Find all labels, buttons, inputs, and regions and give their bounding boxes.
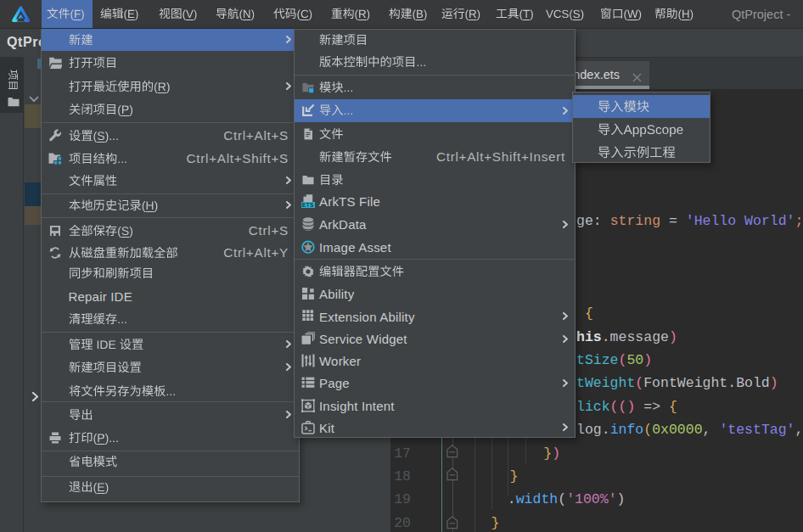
svg-text:ETS: ETS <box>301 202 313 208</box>
